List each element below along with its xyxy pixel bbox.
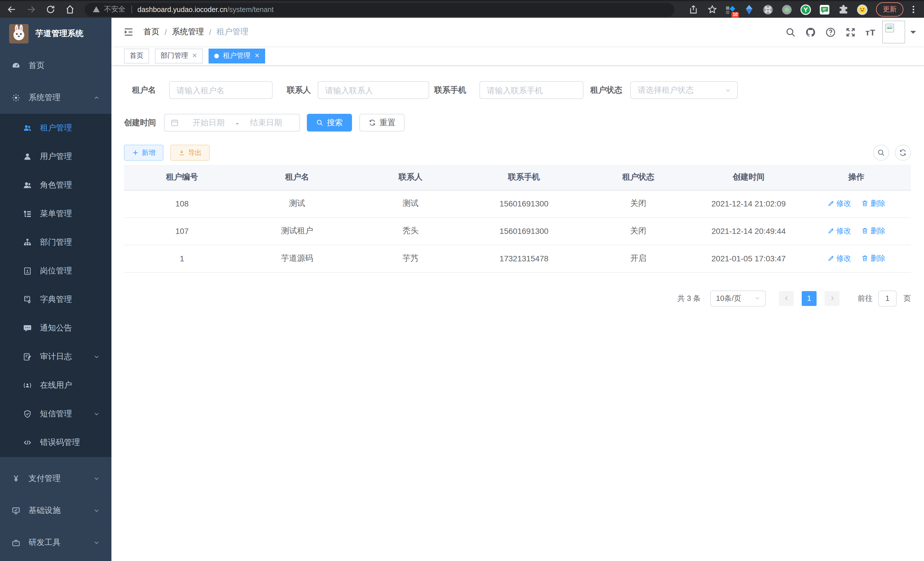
breadcrumb-current: 租户管理	[217, 27, 249, 37]
dashboard-icon	[11, 61, 21, 70]
sidebar-collapse-icon[interactable]	[123, 26, 134, 38]
next-page-button[interactable]	[825, 291, 839, 306]
page-content: 租户名 联系人 联系手机 租户状态 请选择租户状态 创建时间	[111, 66, 924, 561]
breadcrumb-section[interactable]: 系统管理	[172, 27, 204, 37]
browser-update-button[interactable]: 更新	[876, 2, 903, 17]
sidebar-item-role[interactable]: 角色管理	[0, 171, 111, 200]
tag-view-bar: 首页 部门管理✕ 租户管理✕	[111, 46, 924, 66]
sidebar-item-dept[interactable]: 部门管理	[0, 228, 111, 257]
close-icon[interactable]: ✕	[254, 52, 260, 59]
chevron-down-icon	[754, 295, 760, 301]
phone-input[interactable]	[479, 81, 584, 99]
chevron-left-icon	[783, 295, 789, 301]
sidebar-item-dict[interactable]: 字典管理	[0, 285, 111, 314]
chevron-down-icon	[93, 411, 100, 417]
sidebar-item-error-code[interactable]: 错误码管理	[0, 428, 111, 457]
extension-tag-icon[interactable]: 10	[724, 4, 736, 15]
date-start-placeholder[interactable]: 开始日期	[183, 117, 234, 128]
browser-chrome: 不安全 dashboard.yudao.iocoder.cn/system/te…	[0, 0, 924, 18]
shield-check-icon	[23, 409, 32, 419]
close-icon[interactable]: ✕	[192, 52, 197, 59]
avatar[interactable]	[882, 21, 905, 44]
delete-button[interactable]: 删除	[861, 226, 885, 236]
delete-button[interactable]: 删除	[861, 199, 885, 209]
col-tenant-id: 租户编号	[124, 165, 240, 190]
date-range-picker[interactable]: 开始日期 - 结束日期	[164, 114, 300, 132]
sidebar-menu: 首页 系统管理 租户管理 用户管理	[0, 50, 111, 559]
extension-y-icon[interactable]	[800, 4, 812, 15]
sidebar-item-online-users[interactable]: 在线用户	[0, 371, 111, 400]
help-icon[interactable]	[825, 27, 836, 38]
extension-dot-icon[interactable]	[781, 4, 793, 15]
share-icon[interactable]	[688, 5, 698, 14]
export-button[interactable]: 导出	[170, 145, 210, 161]
date-end-placeholder[interactable]: 结束日期	[241, 117, 291, 128]
sidebar-item-notice[interactable]: 通知公告	[0, 314, 111, 343]
sidebar-item-system[interactable]: 系统管理	[0, 82, 111, 114]
breadcrumb-home[interactable]: 首页	[143, 27, 159, 37]
search-button[interactable]: 搜索	[307, 114, 352, 132]
prev-page-button[interactable]	[779, 291, 794, 306]
status-text: 关闭	[581, 190, 695, 217]
toggle-search-button[interactable]	[873, 145, 889, 161]
search-icon[interactable]	[785, 27, 796, 38]
app-title: 芋道管理系统	[35, 29, 83, 39]
fullscreen-icon[interactable]	[845, 27, 856, 38]
app-logo-row[interactable]: 芋道管理系统	[0, 18, 111, 50]
dictionary-icon	[23, 295, 32, 304]
sidebar-item-home[interactable]: 首页	[0, 50, 111, 82]
add-button[interactable]: 新增	[124, 145, 164, 161]
sidebar-item-devtools[interactable]: 研发工具	[0, 527, 111, 559]
contact-input[interactable]	[318, 81, 429, 99]
tab-home[interactable]: 首页	[124, 48, 149, 63]
page-number-button[interactable]: 1	[802, 291, 817, 306]
edit-pencil-icon	[827, 227, 835, 235]
extension-avatar-emoji-icon[interactable]	[856, 4, 868, 15]
sidebar-item-audit-log[interactable]: 审计日志	[0, 343, 111, 371]
sidebar-item-sms[interactable]: 短信管理	[0, 400, 111, 428]
trash-icon	[861, 200, 869, 207]
menu-tree-icon	[23, 209, 32, 218]
action-row: 新增 导出	[124, 145, 911, 161]
delete-button[interactable]: 删除	[861, 253, 885, 264]
extension-chat-icon[interactable]	[819, 4, 830, 15]
reset-button[interactable]: 重置	[359, 114, 405, 132]
home-icon[interactable]	[65, 5, 75, 14]
sidebar-item-user[interactable]: 用户管理	[0, 142, 111, 171]
chevron-right-icon	[829, 295, 835, 301]
edit-pencil-icon	[827, 200, 835, 207]
tenant-name-input[interactable]	[169, 81, 273, 99]
extension-command-icon[interactable]	[762, 4, 774, 15]
tab-dept[interactable]: 部门管理✕	[155, 48, 203, 63]
post-badge-icon	[23, 266, 32, 276]
avatar-caret-icon[interactable]	[910, 31, 916, 33]
font-size-icon[interactable]: тT	[866, 27, 875, 37]
sidebar-item-post[interactable]: 岗位管理	[0, 257, 111, 285]
col-status: 租户状态	[581, 165, 695, 190]
extension-kite-icon[interactable]	[743, 4, 755, 15]
tab-tenant[interactable]: 租户管理✕	[208, 48, 265, 63]
refresh-table-button[interactable]	[895, 145, 911, 161]
goto-page-input[interactable]	[878, 290, 897, 306]
date-separator: -	[236, 118, 238, 127]
extension-puzzle-icon[interactable]	[838, 4, 849, 15]
back-icon[interactable]	[7, 5, 16, 14]
col-contact: 联系人	[354, 165, 467, 190]
user-icon	[23, 152, 32, 161]
edit-button[interactable]: 修改	[827, 226, 851, 236]
github-icon[interactable]	[806, 27, 816, 38]
sidebar-item-pay[interactable]: 支付管理	[0, 463, 111, 495]
browser-menu-icon[interactable]	[909, 5, 918, 14]
edit-button[interactable]: 修改	[827, 253, 851, 264]
search-icon	[316, 119, 323, 126]
page-size-select[interactable]: 10条/页	[710, 290, 766, 306]
sidebar-item-menu[interactable]: 菜单管理	[0, 200, 111, 228]
bookmark-star-icon[interactable]	[707, 5, 717, 14]
sidebar-item-tenant[interactable]: 租户管理	[0, 114, 111, 142]
sidebar-item-infra[interactable]: 基础设施	[0, 495, 111, 527]
url-bar[interactable]: 不安全 dashboard.yudao.iocoder.cn/system/te…	[85, 3, 674, 16]
forward-icon[interactable]	[26, 5, 36, 14]
status-select[interactable]: 请选择租户状态	[630, 81, 738, 99]
edit-button[interactable]: 修改	[827, 199, 851, 209]
reload-icon[interactable]	[46, 5, 56, 14]
